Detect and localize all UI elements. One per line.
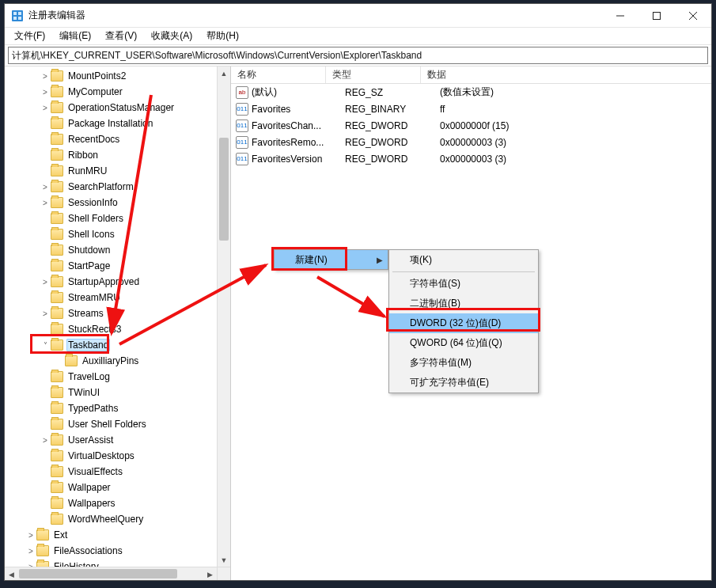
tree-item[interactable]: >StartPage bbox=[5, 258, 230, 274]
tree-item[interactable]: >MyComputer bbox=[5, 84, 230, 100]
submenu-item-key[interactable]: 项(K) bbox=[389, 250, 538, 270]
chevron-right-icon[interactable]: > bbox=[40, 436, 51, 445]
minimize-button[interactable] bbox=[602, 4, 638, 28]
scroll-down-button[interactable]: ▼ bbox=[218, 553, 230, 567]
scroll-left-button[interactable]: ◀ bbox=[5, 567, 18, 580]
folder-icon bbox=[51, 371, 63, 382]
list-row[interactable]: 011FavoritesREG_BINARYff bbox=[231, 101, 711, 117]
column-name[interactable]: 名称 bbox=[231, 66, 326, 83]
tree-item[interactable]: >WordWheelQuery bbox=[5, 511, 230, 527]
submenu-item-dword[interactable]: DWORD (32 位)值(D) bbox=[389, 313, 538, 333]
window-title: 注册表编辑器 bbox=[28, 9, 85, 22]
tree-item-label: Streams bbox=[66, 308, 105, 319]
chevron-right-icon[interactable]: > bbox=[40, 72, 51, 81]
chevron-right-icon[interactable]: > bbox=[40, 104, 51, 112]
tree-item-label: MountPoints2 bbox=[66, 70, 127, 82]
folder-icon bbox=[51, 181, 63, 192]
submenu-item-binary[interactable]: 二进制值(B) bbox=[389, 294, 538, 313]
chevron-down-icon[interactable]: ˅ bbox=[40, 341, 51, 350]
tree-item-label: Shell Icons bbox=[66, 229, 116, 240]
tree-item[interactable]: >StreamMRU bbox=[5, 290, 230, 305]
menu-help[interactable]: 帮助(H) bbox=[202, 28, 244, 44]
tree-item[interactable]: >User Shell Folders bbox=[5, 416, 230, 432]
list-row[interactable]: 011FavoritesChan...REG_DWORD0x0000000f (… bbox=[231, 117, 711, 134]
tree-item[interactable]: >SearchPlatform bbox=[5, 179, 230, 195]
submenu-item-string[interactable]: 字符串值(S) bbox=[389, 274, 538, 294]
chevron-right-icon[interactable]: > bbox=[40, 199, 51, 207]
chevron-right-icon[interactable]: > bbox=[25, 531, 36, 540]
tree-item[interactable]: >Ext bbox=[5, 527, 230, 543]
folder-icon bbox=[51, 340, 63, 351]
list-row[interactable]: 011FavoritesVersionREG_DWORD0x00000003 (… bbox=[231, 150, 711, 167]
tree-item-label: StuckRects3 bbox=[66, 324, 123, 335]
tree-item[interactable]: >Shutdown bbox=[5, 242, 230, 258]
menu-edit[interactable]: 编辑(E) bbox=[55, 28, 96, 44]
scroll-h-thumb[interactable] bbox=[19, 569, 177, 579]
tree-item[interactable]: >FileAssociations bbox=[5, 543, 230, 559]
scroll-right-button[interactable]: ▶ bbox=[203, 567, 217, 580]
tree-item[interactable]: >Streams bbox=[5, 305, 230, 321]
chevron-right-icon[interactable]: > bbox=[40, 183, 51, 192]
tree-item[interactable]: >RunMRU bbox=[5, 163, 230, 179]
menu-separator bbox=[392, 271, 535, 272]
tree-item-label: Ribbon bbox=[66, 150, 100, 161]
folder-icon bbox=[36, 545, 49, 556]
submenu-item-expand[interactable]: 可扩充字符串值(E) bbox=[389, 373, 538, 393]
chevron-right-icon[interactable]: > bbox=[25, 547, 36, 556]
column-data[interactable]: 数据 bbox=[421, 66, 711, 83]
tree-item[interactable]: >MountPoints2 bbox=[5, 68, 230, 84]
menu-view[interactable]: 查看(V) bbox=[100, 28, 142, 44]
scroll-up-button[interactable]: ▲ bbox=[218, 66, 230, 80]
tree-list: >MountPoints2>MyComputer>OperationStatus… bbox=[5, 66, 230, 576]
address-text: 计算机\HKEY_CURRENT_USER\Software\Microsoft… bbox=[12, 49, 422, 63]
tree-item[interactable]: >Wallpaper bbox=[5, 480, 230, 495]
tree-item[interactable]: >TypedPaths bbox=[5, 400, 230, 416]
chevron-right-icon[interactable]: > bbox=[40, 88, 51, 97]
submenu-item-multi[interactable]: 多字符串值(M) bbox=[389, 353, 538, 373]
submenu-label: 字符串值(S) bbox=[410, 277, 460, 290]
titlebar[interactable]: 注册表编辑器 bbox=[5, 4, 711, 28]
value-data: 0x00000003 (3) bbox=[434, 137, 711, 148]
list-row[interactable]: ab(默认)REG_SZ(数值未设置) bbox=[231, 84, 711, 101]
tree-vertical-scrollbar[interactable]: ▲ ▼ bbox=[217, 66, 230, 567]
column-type[interactable]: 类型 bbox=[326, 66, 421, 83]
tree-horizontal-scrollbar[interactable]: ◀ ▶ bbox=[5, 567, 230, 580]
tree-item[interactable]: >Ribbon bbox=[5, 147, 230, 163]
tree-item[interactable]: >Shell Icons bbox=[5, 226, 230, 242]
chevron-right-icon[interactable]: > bbox=[40, 309, 51, 318]
scroll-thumb[interactable] bbox=[219, 138, 229, 241]
tree-item[interactable]: >Shell Folders bbox=[5, 211, 230, 226]
tree-item-label: VirtualDesktops bbox=[66, 450, 136, 461]
tree-item[interactable]: >TWinUI bbox=[5, 385, 230, 400]
list-row[interactable]: 011FavoritesRemo...REG_DWORD0x00000003 (… bbox=[231, 134, 711, 150]
tree-item[interactable]: >Package Installation bbox=[5, 116, 230, 131]
tree-item[interactable]: >RecentDocs bbox=[5, 131, 230, 147]
tree-item[interactable]: >OperationStatusManager bbox=[5, 100, 230, 116]
tree-item[interactable]: >SessionInfo bbox=[5, 195, 230, 211]
tree-item[interactable]: >VisualEffects bbox=[5, 464, 230, 480]
tree-item[interactable]: >AuxilliaryPins bbox=[5, 353, 230, 369]
tree-item[interactable]: >TravelLog bbox=[5, 369, 230, 385]
tree-item-label: Wallpapers bbox=[66, 498, 117, 509]
context-item-new[interactable]: 新建(N) ▶ bbox=[275, 250, 388, 269]
tree-item[interactable]: >Wallpapers bbox=[5, 495, 230, 511]
tree-item[interactable]: ˅Taskband bbox=[5, 337, 230, 353]
menu-file[interactable]: 文件(F) bbox=[9, 28, 50, 44]
list-header: 名称 类型 数据 bbox=[231, 66, 711, 84]
submenu-item-qword[interactable]: QWORD (64 位)值(Q) bbox=[389, 333, 538, 353]
tree-item-label: SessionInfo bbox=[66, 197, 119, 208]
tree-item[interactable]: >StuckRects3 bbox=[5, 321, 230, 337]
tree-item[interactable]: >StartupApproved bbox=[5, 274, 230, 290]
folder-icon bbox=[51, 86, 63, 97]
tree-item[interactable]: >VirtualDesktops bbox=[5, 448, 230, 464]
menu-favorites[interactable]: 收藏夹(A) bbox=[146, 28, 197, 44]
chevron-right-icon[interactable]: > bbox=[40, 278, 51, 286]
folder-icon bbox=[51, 197, 63, 208]
close-button[interactable] bbox=[675, 4, 711, 28]
tree-item[interactable]: >UserAssist bbox=[5, 432, 230, 448]
tree-pane: >MountPoints2>MyComputer>OperationStatus… bbox=[5, 66, 231, 580]
tree-item-label: Shutdown bbox=[66, 245, 112, 256]
maximize-button[interactable] bbox=[638, 4, 675, 28]
address-bar[interactable]: 计算机\HKEY_CURRENT_USER\Software\Microsoft… bbox=[8, 47, 708, 64]
submenu-label: QWORD (64 位)值(Q) bbox=[410, 336, 502, 350]
